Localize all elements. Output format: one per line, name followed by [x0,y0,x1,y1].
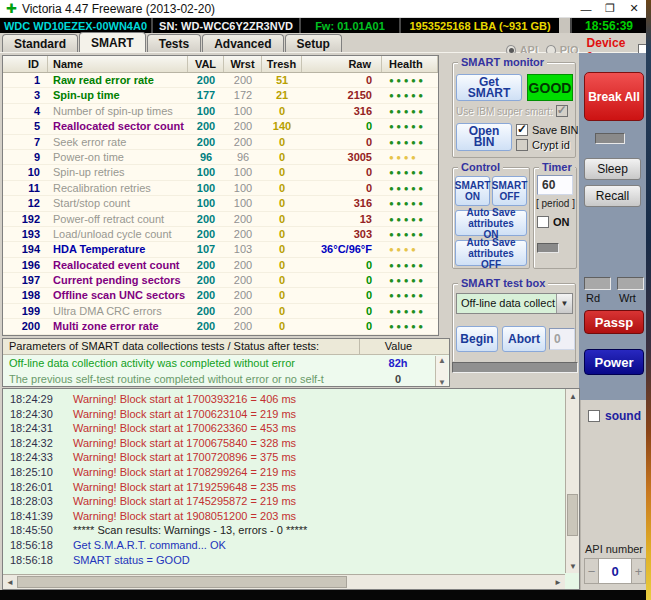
auto-save-on-button[interactable]: Auto Save attributes ON [455,210,527,236]
smart-attribute-row[interactable]: 192Power-off retract count200200013●●●●● [3,212,438,227]
passp-button[interactable]: Passp [584,310,644,334]
tab-smart[interactable]: SMART [79,32,146,52]
smart-table-header: ID Name VAL Wrst Tresh Raw Health [3,56,438,73]
maximize-button[interactable]: ❐ [598,1,622,17]
dropdown-arrow-icon[interactable]: ▼ [556,294,572,313]
write-led-label: Wrt [619,292,636,304]
use-ibm-label: Use IBM super smart: [456,106,553,117]
power-button[interactable]: Power [584,349,644,375]
params-row-value: 82h [359,355,437,371]
tab-setup[interactable]: Setup [285,34,342,52]
health-dots: ●●●●● [382,304,438,318]
test-type-dropdown[interactable]: Off-line data collect ▼ [456,293,573,314]
header-health[interactable]: Health [382,56,438,72]
header-raw[interactable]: Raw [302,56,382,72]
crypt-id-checkbox [516,139,528,151]
health-dots: ●●●●● [382,258,438,272]
smart-attribute-row[interactable]: 197Current pending sectors20020000●●●●● [3,273,438,288]
params-row-text: The previous self-test routine completed… [3,371,359,387]
get-smart-button[interactable]: Get SMART [456,74,522,101]
smart-attribute-row[interactable]: 11Recalibration retries10010000●●●●● [3,181,438,196]
scroll-down-icon[interactable]: ▼ [566,559,580,573]
smart-attribute-row[interactable]: 198Offline scan UNC sectors20020000●●●●● [3,288,438,303]
minimize-button[interactable]: — [574,1,598,17]
smart-status-indicator: GOOD [527,74,573,101]
health-dots: ●●●●● [382,73,438,87]
smart-attribute-row[interactable]: 9Power-on time969603005●●●● [3,150,438,165]
scroll-right-icon[interactable]: ► [551,575,565,589]
header-name[interactable]: Name [48,56,188,72]
api-minus-button[interactable]: − [584,558,599,584]
log-row: 18:41:39Warning! Block start at 19080512… [3,509,579,524]
smart-attribute-row[interactable]: 7Seek error rate20020000●●●●● [3,135,438,150]
header-wrst[interactable]: Wrst [224,56,262,72]
app-icon: ✚ [6,2,17,15]
infobar-gap [559,18,572,33]
health-dots: ●●●●● [382,227,438,241]
health-dots: ●●●●● [382,88,438,102]
log-row: 18:25:10Warning! Block start at 17082992… [3,465,579,480]
api-plus-button[interactable]: + [631,558,646,584]
timer-on-checkbox[interactable] [537,216,549,228]
victoria-window: ✚ Victoria 4.47 Freeware (2013-02-20) — … [0,0,651,600]
save-bin-checkbox[interactable] [516,124,528,136]
tab-advanced[interactable]: Advanced [202,34,283,52]
desktop-bottom-edge [0,590,646,600]
tab-tests[interactable]: Tests [147,34,201,52]
smart-attribute-row[interactable]: 1Raw read error rate200200510●●●●● [3,73,438,88]
log-horizontal-scrollbar[interactable]: ◄ ► [3,574,565,589]
api-number-label: API number [581,543,647,555]
scroll-left-icon[interactable]: ◄ [3,575,17,589]
smart-attribute-row[interactable]: 5Reallocated sector count2002001400●●●●● [3,119,438,134]
test-counter-field[interactable] [549,328,575,350]
smart-attribute-row[interactable]: 196Reallocated event count20020000●●●●● [3,258,438,273]
api-number-value: 0 [599,558,631,584]
smart-attribute-row[interactable]: 200Multi zone error rate20020000●●●●● [3,319,438,334]
log-row: 18:28:03Warning! Block start at 17452958… [3,494,579,509]
titlebar: ✚ Victoria 4.47 Freeware (2013-02-20) — … [0,0,646,18]
smart-attribute-row[interactable]: 12Start/stop count1001000316●●●●● [3,196,438,211]
log-row: 18:56:18Get S.M.A.R.T. command... OK [3,538,579,553]
scroll-up-icon[interactable]: ▲ [566,389,580,403]
log-row: 18:24:30Warning! Block start at 17006231… [3,407,579,422]
smart-attribute-row[interactable]: 193Load/unload cycle count2002000303●●●●… [3,227,438,242]
sound-checkbox[interactable] [588,410,600,422]
write-led [617,277,644,290]
open-bin-button[interactable]: Open BIN [456,123,512,151]
test-progress-bar [452,362,578,373]
health-dots: ●●●●● [382,119,438,133]
drive-info-bar: WDC WD10EZEX-00WN4A0 SN: WD-WCC6Y2ZR3NVD… [0,18,646,33]
smart-off-button[interactable]: SMART OFF [492,176,527,206]
hscroll-thumb[interactable] [17,576,347,588]
sleep-button[interactable]: Sleep [584,158,641,180]
params-row: Off-line data collection activity was co… [3,355,449,371]
health-dots: ●●●●● [382,273,438,287]
use-ibm-checkbox [556,105,568,117]
vscroll-thumb[interactable] [567,494,578,536]
abort-button[interactable]: Abort [502,326,546,352]
params-scrollbar[interactable]: ▲▼ [435,356,448,387]
smart-attribute-row[interactable]: 4Number of spin-up times1001000316●●●●● [3,104,438,119]
log-vertical-scrollbar[interactable]: ▲ ▼ [565,389,579,573]
begin-button[interactable]: Begin [456,326,498,352]
recall-button[interactable]: Recall [584,185,641,207]
smart-attribute-row[interactable]: 194HDA Temperature107103036°C/96°F●●●● [3,242,438,257]
timer-group-title: Timer [539,160,575,174]
header-val[interactable]: VAL [188,56,224,72]
smart-attribute-row[interactable]: 199Ultra DMA CRC errors20020000●●●●● [3,304,438,319]
smart-attribute-row[interactable]: 10Spin-up retries10010000●●●●● [3,165,438,180]
auto-save-off-button[interactable]: Auto Save attributes OFF [455,240,527,266]
smart-attribute-row[interactable]: 3Spin-up time177172212150●●●●● [3,88,438,103]
api-number-spinner: − 0 + [584,558,646,584]
health-dots: ●●●● [382,242,438,256]
break-all-button[interactable]: Break All [584,72,644,121]
header-tresh[interactable]: Tresh [262,56,302,72]
smart-on-button[interactable]: SMART ON [455,176,490,206]
tab-standard[interactable]: Standard [2,34,78,52]
log-row: 18:24:29Warning! Block start at 17003932… [3,392,579,407]
close-button[interactable]: ✕ [622,1,646,17]
log-panel: 18:24:29Warning! Block start at 17003932… [2,388,580,590]
timer-period-input[interactable] [537,175,573,195]
health-dots: ●●●●● [382,288,438,302]
header-id[interactable]: ID [3,56,48,72]
